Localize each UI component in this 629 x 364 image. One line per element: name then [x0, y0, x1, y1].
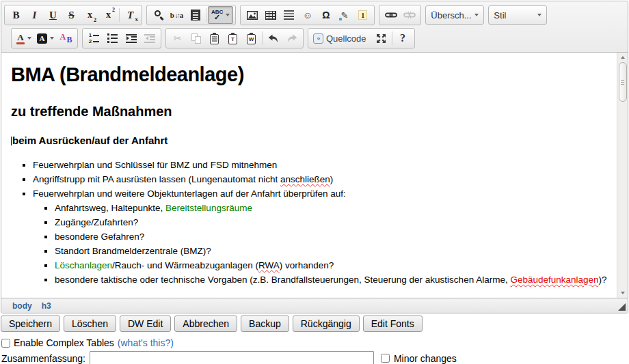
spellcheck-icon: ABC✓	[211, 10, 223, 21]
replace-button[interactable]: b↓↑a	[168, 6, 186, 24]
signature-button[interactable]: ✎	[335, 6, 353, 24]
paste-word-button[interactable]: W	[242, 29, 260, 47]
spellcheck-button[interactable]: ABC✓	[208, 6, 233, 24]
group-links	[379, 5, 421, 25]
chevron-down-icon	[27, 37, 31, 40]
strikethrough-button[interactable]: S	[62, 6, 81, 24]
footnote-button[interactable]: 1	[353, 6, 372, 24]
delete-button[interactable]: Löschen	[64, 316, 116, 332]
cut-button[interactable]: ✂	[168, 29, 187, 47]
select-all-icon	[191, 10, 200, 20]
insert-table-button[interactable]	[261, 6, 280, 24]
background-color-button[interactable]: A	[34, 29, 57, 47]
scroll-down-button[interactable]	[617, 288, 628, 298]
select-all-button[interactable]	[186, 6, 204, 24]
insert-image-button[interactable]	[243, 6, 261, 24]
chevron-down-icon	[537, 14, 541, 16]
maximize-button[interactable]	[372, 29, 390, 47]
question-mark-icon: ?	[400, 32, 405, 44]
summary-input[interactable]	[90, 351, 374, 364]
bulleted-list-button[interactable]	[103, 29, 122, 47]
unlink-button[interactable]	[400, 6, 418, 24]
copy-button[interactable]	[187, 29, 205, 47]
remove-format-icon: Tx	[127, 10, 133, 21]
undo-button[interactable]	[264, 29, 282, 47]
outdent-button[interactable]	[140, 29, 159, 47]
style-dropdown[interactable]: Stil	[488, 5, 547, 25]
paste-icon	[210, 34, 219, 44]
list-item: Löschanlagen/Rauch- und Wärmeabzuganlage…	[55, 258, 607, 272]
element-path-body[interactable]: body	[12, 301, 32, 311]
summary-row: Zusammenfassung: Minor changes	[1, 351, 629, 364]
help-button[interactable]: ?	[394, 29, 412, 47]
editor-content-area[interactable]: BMA (Brandmeldeanlage) zu treffende Maßn…	[1, 52, 628, 298]
copy-icon	[191, 33, 201, 44]
underline-button[interactable]: U	[44, 6, 62, 24]
numbered-list-button[interactable]: 1 2	[85, 29, 103, 47]
background-color-icon: A	[37, 33, 47, 44]
text-color-button[interactable]: A	[14, 29, 34, 47]
scroll-up-button[interactable]	[617, 53, 628, 62]
subscript-button[interactable]: x2	[81, 6, 99, 24]
backup-button[interactable]: Backup	[241, 316, 289, 332]
remove-format-button[interactable]: Tx	[121, 6, 139, 24]
group-lists-indent: 1 2	[82, 28, 161, 48]
scrollbar-thumb[interactable]	[619, 62, 627, 102]
complex-tables-row: Enable Complex Tables (what's this?)	[1, 337, 629, 348]
whats-this-link[interactable]: (what's this?)	[118, 337, 174, 348]
smiley-button[interactable]: ☺	[298, 6, 317, 24]
source-code-icon: ‹›	[313, 33, 323, 44]
link-button[interactable]	[382, 6, 400, 24]
dw-edit-button[interactable]: DW Edit	[120, 316, 171, 332]
underline-icon: U	[49, 10, 57, 21]
cancel-button[interactable]: Abbrechen	[174, 316, 237, 332]
toolbar-separator	[206, 8, 206, 22]
minor-changes-checkbox[interactable]	[381, 354, 390, 363]
element-path-h3[interactable]: h3	[42, 301, 51, 311]
edit-fonts-button[interactable]: Edit Fonts	[363, 316, 423, 332]
group-find-spell: b↓↑a ABC✓	[146, 5, 236, 25]
horizontal-rule-button[interactable]	[280, 6, 298, 24]
redo-button[interactable]	[282, 29, 301, 47]
find-button[interactable]	[149, 6, 168, 24]
list-item: Feuerwehrplan und weitere Objektunterlag…	[33, 186, 607, 201]
format-dropdown[interactable]: Übersch...	[425, 5, 484, 25]
group-clipboard: ✂ T W	[165, 28, 304, 48]
text-cursor	[11, 137, 12, 145]
omega-icon: Ω	[322, 10, 330, 20]
list-item: besondere Gefahren?	[55, 229, 607, 244]
source-button[interactable]: ‹› Quellcode	[310, 29, 372, 47]
complex-tables-checkbox[interactable]	[1, 339, 10, 348]
link-icon	[385, 12, 397, 18]
strikethrough-icon: S	[68, 10, 74, 21]
save-button[interactable]: Speichern	[1, 316, 60, 332]
toolbar: B I U S x2 x2 Tx b↓↑a ABC✓	[1, 1, 628, 52]
vertical-scrollbar[interactable]	[617, 53, 628, 298]
bulleted-list-icon	[107, 33, 118, 43]
change-case-button[interactable]: AB	[57, 29, 75, 47]
doc-heading-1: BMA (Brandmeldeanlage)	[11, 64, 607, 86]
bold-button[interactable]: B	[7, 6, 25, 24]
signature-pen-icon: ✎	[340, 10, 348, 20]
change-case-icon: AB	[60, 33, 72, 44]
toolbar-row-2: A A AB 1 2	[11, 27, 625, 50]
toolbar-separator	[119, 8, 120, 22]
italic-button[interactable]: I	[25, 6, 44, 24]
doc-heading-2: zu treffende Maßnahmen	[11, 104, 607, 120]
toolbar-separator	[392, 31, 392, 45]
group-tools: ‹› Quellcode ?	[308, 28, 415, 48]
outdent-icon	[144, 34, 155, 43]
revert-button[interactable]: Rückgängig	[293, 316, 360, 332]
maximize-icon	[376, 33, 386, 44]
italic-icon: I	[33, 10, 37, 21]
resize-grip-icon[interactable]	[618, 303, 626, 311]
special-char-button[interactable]: Ω	[317, 6, 335, 24]
paste-word-icon: W	[247, 34, 256, 44]
undo-icon	[268, 34, 279, 43]
superscript-button[interactable]: x2	[99, 6, 118, 24]
complex-tables-label: Enable Complex Tables	[14, 337, 114, 348]
indent-button[interactable]	[122, 29, 140, 47]
paste-button[interactable]	[205, 29, 224, 47]
paste-text-button[interactable]: T	[224, 29, 242, 47]
document[interactable]: BMA (Brandmeldeanlage) zu treffende Maßn…	[1, 64, 628, 287]
